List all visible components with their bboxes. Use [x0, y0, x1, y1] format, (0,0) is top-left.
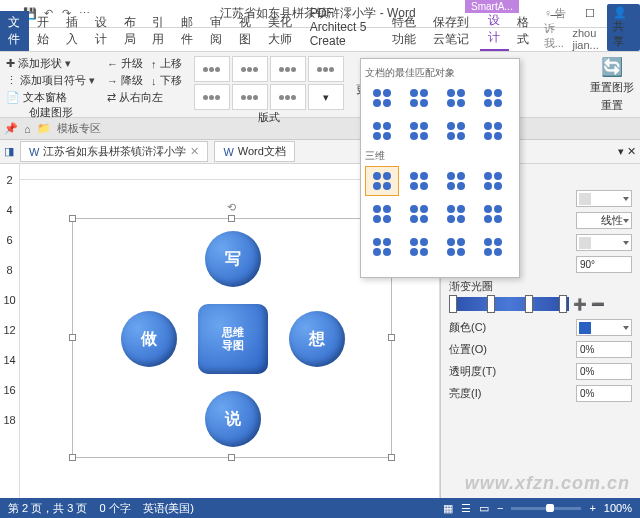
- layout-option[interactable]: [270, 56, 306, 82]
- maximize-icon[interactable]: ☐: [578, 5, 602, 23]
- smartart-frame[interactable]: ⟲ 思维 导图 写 做 想 说: [72, 218, 392, 458]
- transparency-input[interactable]: [576, 363, 632, 380]
- preset-grad-combo[interactable]: [576, 190, 632, 207]
- down-button[interactable]: ↓ 下移: [151, 73, 182, 88]
- gradient-bar[interactable]: [449, 297, 569, 311]
- share-button[interactable]: 👤 共享: [607, 4, 640, 51]
- rotate-handle[interactable]: ⟲: [227, 201, 236, 214]
- demote-button[interactable]: → 降级: [107, 73, 143, 88]
- tab-mail[interactable]: 邮件: [173, 11, 202, 51]
- layout-option[interactable]: [232, 56, 268, 82]
- zoom-slider[interactable]: [511, 507, 581, 510]
- view-print-icon[interactable]: ▦: [443, 502, 453, 515]
- close-tab-icon[interactable]: ✕: [190, 145, 199, 158]
- position-input[interactable]: [576, 341, 632, 358]
- style-option[interactable]: [476, 116, 510, 146]
- resize-handle[interactable]: [69, 454, 76, 461]
- style-option[interactable]: [402, 232, 436, 262]
- nav-icon[interactable]: ◨: [4, 145, 14, 158]
- tab-layout[interactable]: 布局: [116, 11, 145, 51]
- page-status[interactable]: 第 2 页，共 3 页: [8, 501, 87, 516]
- gradient-stop[interactable]: [449, 295, 457, 313]
- style-option[interactable]: [439, 166, 473, 196]
- rtl-button[interactable]: ⇄ 从右向左: [107, 90, 163, 105]
- style-option[interactable]: [365, 199, 399, 229]
- layout-option[interactable]: [194, 84, 230, 110]
- tab-review[interactable]: 审阅: [202, 11, 231, 51]
- view-read-icon[interactable]: ☰: [461, 502, 471, 515]
- layout-option[interactable]: [194, 56, 230, 82]
- pin-icon[interactable]: 📌: [4, 122, 18, 135]
- tab-design[interactable]: 设计: [87, 11, 116, 51]
- style-option[interactable]: [439, 116, 473, 146]
- layout-option[interactable]: [270, 84, 306, 110]
- add-stop-icon[interactable]: ➕: [573, 298, 587, 311]
- smartart-left[interactable]: 做: [121, 311, 177, 367]
- tab-beautify[interactable]: 美化大师: [260, 11, 302, 51]
- tab-cloud[interactable]: 保存到云笔记: [425, 11, 480, 51]
- style-option[interactable]: [439, 83, 473, 113]
- doc-tab-1[interactable]: W江苏省如东县栟茶镇浒澪小学✕: [20, 141, 208, 162]
- style-option[interactable]: [439, 199, 473, 229]
- style-option[interactable]: [439, 232, 473, 262]
- text-pane-button[interactable]: 📄 文本窗格: [6, 90, 67, 105]
- style-option[interactable]: [402, 83, 436, 113]
- home-icon[interactable]: ⌂: [24, 123, 31, 135]
- style-option[interactable]: [365, 116, 399, 146]
- zoom-in-icon[interactable]: +: [589, 502, 595, 514]
- style-option[interactable]: [476, 199, 510, 229]
- smartart-center[interactable]: 思维 导图: [198, 304, 268, 374]
- word-count[interactable]: 0 个字: [99, 501, 130, 516]
- tab-pdf[interactable]: PDF Architect 5 Create: [302, 3, 384, 51]
- direction-combo[interactable]: [576, 234, 632, 251]
- reset-graphic-icon[interactable]: 🔄: [601, 56, 623, 78]
- promote-button[interactable]: ← 升级: [107, 56, 143, 71]
- folder-icon[interactable]: 📁: [37, 122, 51, 135]
- resize-handle[interactable]: [388, 454, 395, 461]
- style-option[interactable]: [476, 232, 510, 262]
- tab-refs[interactable]: 引用: [144, 11, 173, 51]
- panel-close-icon[interactable]: ▾ ✕: [618, 145, 636, 158]
- zoom-level[interactable]: 100%: [604, 502, 632, 514]
- smartart-bottom[interactable]: 说: [205, 391, 261, 447]
- resize-handle[interactable]: [69, 334, 76, 341]
- gradient-stop[interactable]: [559, 295, 567, 313]
- layout-option[interactable]: [308, 56, 344, 82]
- color-combo[interactable]: [576, 319, 632, 336]
- brightness-input[interactable]: [576, 385, 632, 402]
- tell-me[interactable]: ♀ 告诉我...: [544, 6, 573, 51]
- resize-handle[interactable]: [228, 215, 235, 222]
- angle-input[interactable]: [576, 256, 632, 273]
- language-status[interactable]: 英语(美国): [143, 501, 194, 516]
- doc-tab-2[interactable]: WWord文档: [214, 141, 294, 162]
- resize-handle[interactable]: [228, 454, 235, 461]
- remove-stop-icon[interactable]: ➖: [591, 298, 605, 311]
- resize-handle[interactable]: [69, 215, 76, 222]
- tab-view[interactable]: 视图: [231, 11, 260, 51]
- style-option[interactable]: [365, 83, 399, 113]
- tab-file[interactable]: 文件: [0, 11, 29, 51]
- tab-start[interactable]: 开始: [29, 11, 58, 51]
- up-button[interactable]: ↑ 上移: [151, 56, 182, 71]
- zoom-out-icon[interactable]: −: [497, 502, 503, 514]
- user-label[interactable]: zhou jian...: [572, 27, 601, 51]
- gradient-stop[interactable]: [525, 295, 533, 313]
- view-web-icon[interactable]: ▭: [479, 502, 489, 515]
- style-option[interactable]: [402, 116, 436, 146]
- add-shape-button[interactable]: ✚ 添加形状 ▾: [6, 56, 71, 71]
- templates-label[interactable]: 模板专区: [57, 121, 101, 136]
- style-option[interactable]: [476, 83, 510, 113]
- smartart-right[interactable]: 想: [289, 311, 345, 367]
- style-option[interactable]: [402, 166, 436, 196]
- resize-handle[interactable]: [388, 334, 395, 341]
- style-option[interactable]: [402, 199, 436, 229]
- style-option[interactable]: [365, 232, 399, 262]
- tab-insert[interactable]: 插入: [58, 11, 87, 51]
- style-option-selected[interactable]: [365, 166, 399, 196]
- tab-format[interactable]: 格式: [509, 11, 538, 51]
- style-option[interactable]: [476, 166, 510, 196]
- type-combo[interactable]: 线性: [576, 212, 632, 229]
- tab-design2[interactable]: 设计: [480, 9, 509, 51]
- add-bullet-button[interactable]: ⋮ 添加项目符号 ▾: [6, 73, 95, 88]
- layout-more[interactable]: ▾: [308, 84, 344, 110]
